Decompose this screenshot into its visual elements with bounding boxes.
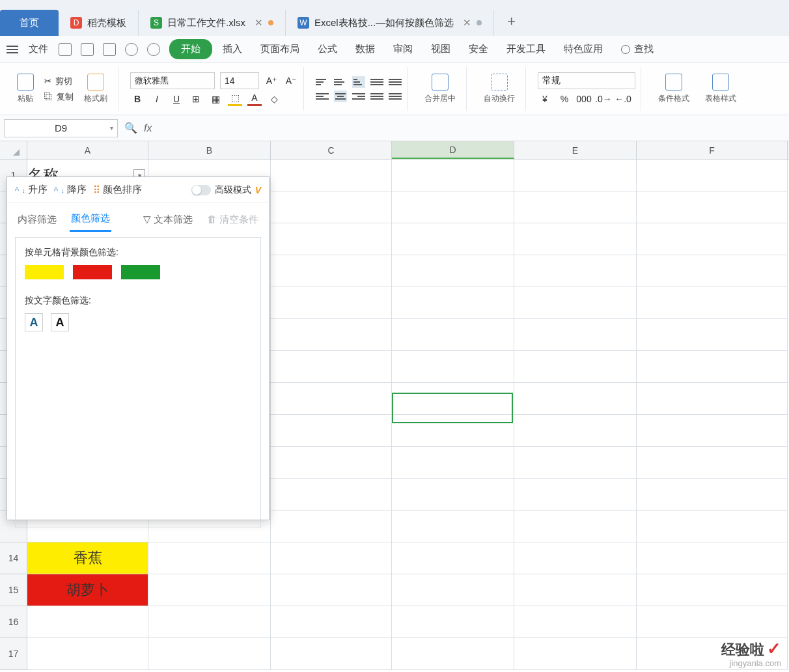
increase-decimal-icon[interactable]: .0→ — [596, 92, 611, 106]
templates-tab[interactable]: D 稻壳模板 — [59, 10, 139, 36]
col-header-F[interactable]: F — [637, 141, 788, 159]
cell[interactable] — [392, 383, 514, 415]
preview-icon[interactable] — [103, 43, 116, 56]
font-color-blue[interactable]: A — [25, 313, 43, 331]
eraser-icon[interactable]: ◇ — [267, 92, 281, 106]
cell[interactable] — [392, 574, 514, 606]
cut-button[interactable]: ✂剪切 — [44, 76, 74, 87]
tab-close-icon[interactable]: ✕ — [255, 17, 263, 29]
cell-A14[interactable]: 香蕉 — [27, 542, 148, 574]
zoom-icon[interactable]: 🔍 — [124, 122, 137, 134]
align-bottom-icon[interactable] — [352, 76, 365, 88]
cell[interactable] — [271, 319, 392, 351]
conditional-format-button[interactable]: 条件格式 — [653, 71, 695, 107]
cell[interactable] — [392, 415, 514, 447]
cell[interactable] — [271, 479, 392, 511]
cell[interactable] — [637, 479, 788, 511]
cell[interactable] — [637, 511, 788, 542]
currency-icon[interactable]: ¥ — [538, 92, 552, 106]
swatch-yellow[interactable] — [25, 265, 64, 279]
bold-button[interactable]: B — [130, 92, 145, 106]
tab-content-filter[interactable]: 内容筛选 — [16, 210, 58, 231]
cell[interactable] — [392, 606, 514, 638]
cell[interactable] — [514, 255, 637, 287]
formula-input[interactable] — [158, 119, 785, 137]
cell[interactable] — [514, 479, 637, 511]
cell-A15[interactable]: 胡萝卜 — [27, 574, 148, 606]
cell[interactable] — [514, 351, 637, 383]
menu-insert[interactable]: 插入 — [215, 39, 250, 59]
number-format-select[interactable]: 常规 — [538, 72, 635, 89]
cell[interactable] — [514, 160, 637, 191]
cell[interactable] — [271, 351, 392, 383]
underline-button[interactable]: U — [169, 92, 184, 106]
cell[interactable] — [392, 191, 514, 223]
cell[interactable] — [271, 223, 392, 255]
wrap-button[interactable]: 自动换行 — [478, 71, 520, 107]
align-middle-icon[interactable] — [334, 76, 347, 88]
cell[interactable] — [392, 542, 514, 574]
tab-close-icon[interactable]: ✕ — [463, 17, 471, 29]
cell[interactable] — [27, 606, 148, 638]
cell[interactable] — [392, 319, 514, 351]
indent-increase-icon[interactable] — [389, 76, 402, 88]
color-sort-button[interactable]: ⠿颜色排序 — [93, 184, 142, 196]
tab-color-filter[interactable]: 颜色筛选 — [70, 208, 111, 232]
cell[interactable] — [271, 160, 392, 191]
cell[interactable] — [514, 415, 637, 447]
menu-search[interactable]: 查找 — [613, 39, 661, 59]
home-tab[interactable]: 首页 — [0, 10, 59, 36]
menu-view[interactable]: 视图 — [423, 39, 458, 59]
cell[interactable] — [271, 255, 392, 287]
cell[interactable] — [637, 415, 788, 447]
cell[interactable] — [637, 255, 788, 287]
name-box[interactable]: D9 — [4, 119, 118, 137]
cell[interactable] — [271, 606, 392, 638]
cell[interactable] — [392, 223, 514, 255]
table-style-button[interactable]: 表格样式 — [700, 71, 741, 107]
cell[interactable] — [514, 638, 637, 670]
col-header-A[interactable]: A — [27, 141, 148, 159]
toggle-switch[interactable] — [191, 185, 211, 195]
cell[interactable] — [271, 415, 392, 447]
cell[interactable] — [148, 542, 271, 574]
col-header-D[interactable]: D — [392, 141, 514, 159]
menu-layout[interactable]: 页面布局 — [253, 39, 307, 59]
cell[interactable] — [637, 223, 788, 255]
tab-clear-filter[interactable]: 🗑清空条件 — [206, 210, 260, 231]
cell[interactable] — [514, 287, 637, 319]
cell[interactable] — [514, 319, 637, 351]
cell[interactable] — [637, 574, 788, 606]
cell[interactable] — [514, 223, 637, 255]
cell[interactable] — [637, 542, 788, 574]
cell[interactable] — [514, 383, 637, 415]
print-icon[interactable] — [81, 43, 94, 56]
cell[interactable] — [271, 383, 392, 415]
cell[interactable] — [271, 542, 392, 574]
cell[interactable] — [271, 287, 392, 319]
cell[interactable] — [27, 638, 148, 670]
distribute-icon[interactable] — [389, 91, 402, 102]
cell[interactable] — [392, 287, 514, 319]
align-right-icon[interactable] — [352, 91, 365, 102]
sort-asc-button[interactable]: 升序 — [15, 184, 48, 196]
cell[interactable] — [392, 638, 514, 670]
border-button[interactable]: ⊞ — [189, 92, 203, 106]
menu-special[interactable]: 特色应用 — [556, 39, 611, 59]
font-size-select[interactable]: 14 — [220, 72, 259, 89]
select-all-corner[interactable] — [0, 141, 27, 159]
cell[interactable] — [637, 383, 788, 415]
sort-desc-button[interactable]: 降序 — [54, 184, 87, 196]
merge-button[interactable]: 合并居中 — [419, 71, 461, 107]
copy-button[interactable]: ⿻复制 — [44, 91, 74, 103]
cell[interactable] — [514, 574, 637, 606]
menu-data[interactable]: 数据 — [348, 39, 383, 59]
format-painter-button[interactable]: 格式刷 — [79, 71, 113, 107]
comma-icon[interactable]: 000 — [577, 92, 591, 106]
cell[interactable] — [637, 447, 788, 479]
row-header[interactable]: 17 — [0, 638, 27, 670]
swatch-red[interactable] — [73, 265, 112, 279]
cell[interactable] — [637, 319, 788, 351]
cell[interactable] — [514, 511, 637, 542]
cell[interactable] — [271, 638, 392, 670]
